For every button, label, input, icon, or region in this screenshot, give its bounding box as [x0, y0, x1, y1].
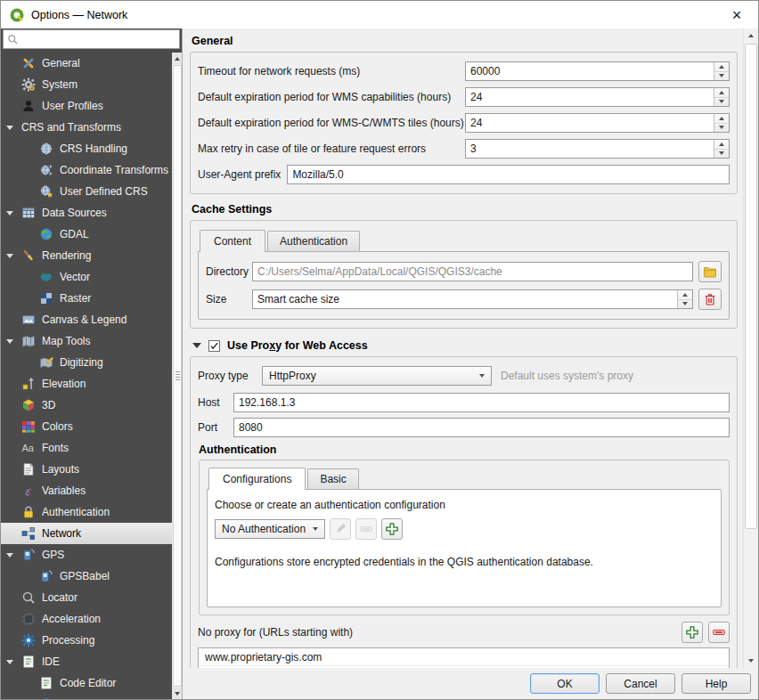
sidebar-item[interactable]: Canvas & Legend: [1, 309, 172, 330]
edit-config-button[interactable]: [330, 518, 351, 540]
number-spinbox[interactable]: 3: [465, 139, 730, 159]
proxy-port-input[interactable]: 8080: [233, 418, 730, 437]
user-agent-input[interactable]: Mozilla/5.0: [287, 165, 730, 184]
sidebar-item[interactable]: CRS and Transforms: [1, 117, 172, 138]
sidebar-scroll-down-icon[interactable]: [172, 688, 182, 699]
sidebar-item[interactable]: 3D: [1, 395, 172, 416]
browse-folder-button[interactable]: [698, 261, 722, 282]
spin-down-button[interactable]: [714, 124, 729, 133]
sidebar-item[interactable]: ε Variables: [1, 480, 172, 501]
auth-note-text: Configurations store encrypted credentia…: [215, 556, 714, 568]
sidebar-item[interactable]: User Profiles: [1, 95, 172, 117]
spin-up-button[interactable]: [714, 62, 729, 72]
collapse-arrow-icon[interactable]: [192, 343, 201, 348]
close-button[interactable]: ×: [723, 3, 750, 28]
spin-up-button[interactable]: [714, 140, 729, 150]
cache-size-spinbox[interactable]: Smart cache size: [252, 289, 693, 309]
sidebar-item[interactable]: Acceleration: [1, 608, 172, 630]
sidebar-item[interactable]: Colors: [1, 416, 172, 437]
spin-up-button[interactable]: [714, 88, 729, 98]
sidebar-scrollbar[interactable]: [172, 53, 182, 699]
sidebar-item[interactable]: Authentication: [1, 501, 172, 523]
gps-icon: [21, 548, 36, 562]
titlebar: Options — Network ×: [1, 1, 758, 28]
sidebar-item[interactable]: Locator: [1, 587, 172, 608]
sidebar-item[interactable]: Raster: [1, 288, 172, 309]
lock-icon: [21, 505, 36, 519]
sidebar-item[interactable]: GPSBabel: [1, 566, 172, 587]
elevation-icon: [21, 377, 36, 391]
number-spinbox[interactable]: 24: [465, 113, 730, 133]
sidebar-item[interactable]: GDAL: [1, 224, 172, 245]
no-proxy-label: No proxy for (URLs starting with): [198, 626, 353, 639]
system-icon: [21, 77, 36, 92]
cache-size-label: Size: [206, 293, 252, 305]
remove-url-button[interactable]: [708, 622, 730, 643]
tab[interactable]: Content: [200, 230, 265, 252]
add-config-button[interactable]: [381, 518, 403, 540]
spin-down-button[interactable]: [714, 98, 729, 107]
proxy-host-input[interactable]: 192.168.1.3: [233, 393, 730, 412]
search-input[interactable]: [22, 33, 175, 45]
tab[interactable]: Basic: [307, 468, 358, 489]
use-proxy-checkbox[interactable]: [208, 340, 220, 352]
script-icon: [21, 655, 36, 669]
no-proxy-url-item[interactable]: www.proprietary-gis.com: [199, 648, 729, 666]
sidebar-item[interactable]: Rendering: [1, 245, 172, 266]
proxy-type-combo[interactable]: HttpProxy: [262, 366, 492, 386]
sidebar-item[interactable]: Elevation: [1, 373, 172, 395]
pencil-icon: [333, 522, 347, 536]
sidebar-scroll-handle[interactable]: [173, 65, 182, 687]
sidebar-item[interactable]: GPS: [1, 544, 172, 566]
scroll-down-icon[interactable]: [744, 654, 758, 668]
folder-icon: [703, 265, 717, 279]
spin-down-button[interactable]: [714, 150, 729, 159]
add-url-button[interactable]: [681, 622, 703, 643]
spin-up-button[interactable]: [714, 114, 729, 124]
cache-directory-input[interactable]: C:/Users/Selma/AppData/Local/QGIS/QGIS3/…: [252, 262, 693, 281]
user-icon: [21, 99, 36, 113]
tab[interactable]: Authentication: [267, 231, 360, 251]
sidebar-search[interactable]: [3, 29, 180, 49]
sidebar-item[interactable]: Layouts: [1, 459, 172, 480]
spin-down-button[interactable]: [678, 300, 692, 309]
authentication-groupbox: ConfigurationsBasic Choose or create an …: [199, 460, 730, 615]
help-button[interactable]: Help: [681, 673, 751, 694]
sidebar-item[interactable]: Code Editor: [1, 672, 172, 694]
sidebar-item[interactable]: IDE: [1, 651, 172, 672]
sidebar-item[interactable]: Data Sources: [1, 202, 172, 224]
sidebar-item[interactable]: [1, 694, 172, 699]
tab[interactable]: Configurations: [208, 468, 306, 490]
content-scroll-handle[interactable]: [745, 44, 757, 529]
sidebar-item[interactable]: Aa Fonts: [1, 437, 172, 459]
script-icon: [39, 676, 53, 690]
sidebar-item[interactable]: Processing: [1, 630, 172, 651]
svg-text:Aa: Aa: [22, 443, 35, 453]
sidebar-item[interactable]: Digitizing: [1, 352, 172, 373]
sidebar-item[interactable]: Map Tools: [1, 330, 172, 352]
spin-down-button[interactable]: [714, 72, 729, 81]
svg-text:ε: ε: [25, 485, 32, 498]
no-proxy-url-list[interactable]: www.proprietary-gis.com: [198, 647, 730, 668]
remove-config-button[interactable]: [355, 518, 377, 540]
field-label: Max retry in case of tile or feature req…: [198, 142, 465, 155]
scroll-up-icon[interactable]: [744, 28, 758, 43]
spin-up-button[interactable]: [678, 290, 692, 300]
sidebar-item[interactable]: System: [1, 74, 172, 95]
auth-config-combo[interactable]: No Authentication: [215, 519, 325, 539]
cancel-button[interactable]: Cancel: [606, 673, 675, 694]
number-spinbox[interactable]: 60000: [465, 61, 730, 81]
proxy-host-label: Host: [198, 396, 233, 409]
ok-button[interactable]: OK: [530, 673, 600, 694]
proxy-type-label: Proxy type: [198, 370, 262, 382]
sidebar-item[interactable]: Coordinate Transforms: [1, 159, 172, 181]
content-scrollbar[interactable]: [743, 28, 758, 668]
number-spinbox[interactable]: 24: [465, 87, 730, 107]
sidebar-scroll-up-icon[interactable]: [172, 53, 182, 64]
sidebar-item[interactable]: User Defined CRS: [1, 181, 172, 202]
sidebar-item[interactable]: CRS Handling: [1, 138, 172, 159]
sidebar-item[interactable]: Vector: [1, 266, 172, 288]
clear-cache-button[interactable]: [698, 289, 722, 310]
sidebar-item[interactable]: General: [1, 53, 172, 74]
sidebar-item[interactable]: Network: [1, 523, 172, 544]
